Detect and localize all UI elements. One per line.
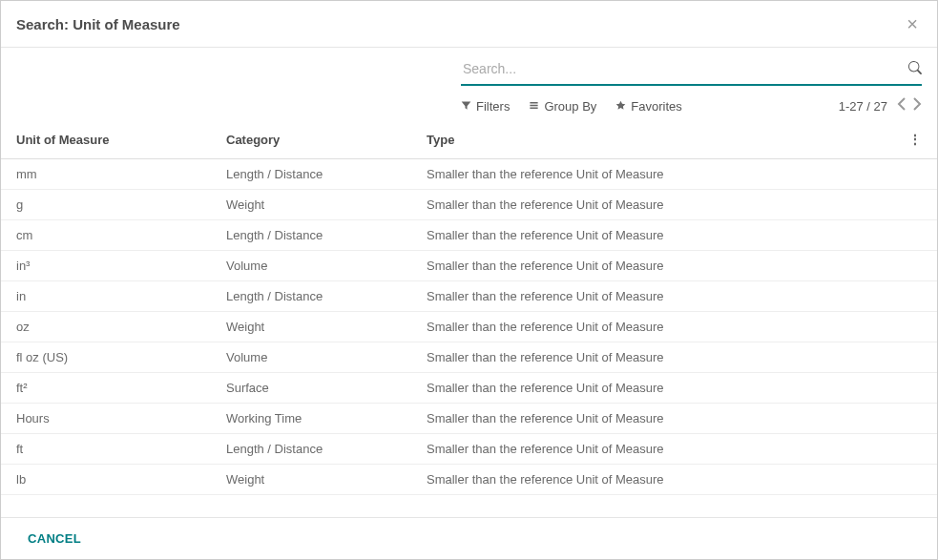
cell-type: Smaller than the reference Unit of Measu… xyxy=(411,465,893,495)
table-row[interactable]: in³VolumeSmaller than the reference Unit… xyxy=(1,251,937,281)
search-controls: Filters Group By Favorites xyxy=(1,48,937,120)
close-button[interactable]: × xyxy=(903,14,922,33)
dialog-body: Filters Group By Favorites xyxy=(1,48,937,517)
col-header-type[interactable]: Type xyxy=(411,120,893,159)
cell-category: Surface xyxy=(211,373,411,404)
cell-type: Smaller than the reference Unit of Measu… xyxy=(411,281,893,312)
list-icon xyxy=(529,99,539,114)
cell-uom: cm xyxy=(1,220,211,251)
cell-spacer xyxy=(893,465,937,495)
table-row[interactable]: HoursWorking TimeSmaller than the refere… xyxy=(1,404,937,434)
table-row[interactable]: ozWeightSmaller than the reference Unit … xyxy=(1,312,937,342)
table-row[interactable]: mmLength / DistanceSmaller than the refe… xyxy=(1,159,937,190)
cell-spacer xyxy=(893,342,937,373)
cell-spacer xyxy=(893,159,937,190)
cell-category: Working Time xyxy=(211,404,411,434)
pager-next[interactable] xyxy=(912,97,922,114)
table-row[interactable]: cmLength / DistanceSmaller than the refe… xyxy=(1,220,937,251)
cell-spacer xyxy=(893,373,937,404)
cell-spacer xyxy=(893,312,937,342)
cell-uom: g xyxy=(1,190,211,220)
cell-uom: Hours xyxy=(1,404,211,434)
table-row[interactable]: inLength / DistanceSmaller than the refe… xyxy=(1,281,937,312)
results-table: Unit of Measure Category Type ⋮ mmLength… xyxy=(1,120,937,495)
cell-type: Smaller than the reference Unit of Measu… xyxy=(411,373,893,404)
cell-type: Smaller than the reference Unit of Measu… xyxy=(411,159,893,190)
cell-type: Smaller than the reference Unit of Measu… xyxy=(411,404,893,434)
chevron-right-icon xyxy=(912,97,922,111)
filter-icon xyxy=(461,99,471,114)
cell-category: Length / Distance xyxy=(211,159,411,190)
cell-uom: mm xyxy=(1,159,211,190)
table-row[interactable]: lbWeightSmaller than the reference Unit … xyxy=(1,465,937,495)
table-row[interactable]: ft²SurfaceSmaller than the reference Uni… xyxy=(1,373,937,404)
cell-spacer xyxy=(893,404,937,434)
group-by-label: Group By xyxy=(544,99,596,114)
kebab-icon: ⋮ xyxy=(908,132,922,147)
col-header-uom[interactable]: Unit of Measure xyxy=(1,120,211,159)
search-wrap: Filters Group By Favorites xyxy=(461,57,922,114)
cell-category: Length / Distance xyxy=(211,434,411,465)
toolbar-row: Filters Group By Favorites xyxy=(461,97,922,114)
dialog-footer: CANCEL xyxy=(1,517,937,559)
cell-type: Smaller than the reference Unit of Measu… xyxy=(411,312,893,342)
table-row[interactable]: fl oz (US)VolumeSmaller than the referen… xyxy=(1,342,937,373)
cell-spacer xyxy=(893,251,937,281)
search-input-row xyxy=(461,57,922,86)
cell-type: Smaller than the reference Unit of Measu… xyxy=(411,251,893,281)
group-by-button[interactable]: Group By xyxy=(529,99,596,114)
cell-uom: in xyxy=(1,281,211,312)
cell-uom: lb xyxy=(1,465,211,495)
search-dialog: Search: Unit of Measure × xyxy=(0,0,938,560)
star-icon xyxy=(615,99,626,114)
cell-uom: ft² xyxy=(1,373,211,404)
pager-prev[interactable] xyxy=(897,97,907,114)
cell-type: Smaller than the reference Unit of Measu… xyxy=(411,342,893,373)
pager: 1-27 / 27 xyxy=(839,97,922,114)
col-header-menu[interactable]: ⋮ xyxy=(893,120,937,159)
pager-arrows xyxy=(897,97,922,114)
cell-uom: oz xyxy=(1,312,211,342)
dialog-title: Search: Unit of Measure xyxy=(16,16,180,32)
col-header-category[interactable]: Category xyxy=(211,120,411,159)
cell-uom: ft xyxy=(1,434,211,465)
cell-category: Volume xyxy=(211,251,411,281)
cell-category: Weight xyxy=(211,465,411,495)
cell-category: Length / Distance xyxy=(211,220,411,251)
cancel-button[interactable]: CANCEL xyxy=(16,528,93,550)
favorites-button[interactable]: Favorites xyxy=(615,99,681,114)
cell-category: Weight xyxy=(211,190,411,220)
chevron-left-icon xyxy=(897,97,907,111)
favorites-label: Favorites xyxy=(631,99,681,114)
cell-category: Volume xyxy=(211,342,411,373)
cell-uom: fl oz (US) xyxy=(1,342,211,373)
cell-spacer xyxy=(893,190,937,220)
pager-text: 1-27 / 27 xyxy=(839,99,887,114)
dialog-header: Search: Unit of Measure × xyxy=(1,1,937,48)
cell-spacer xyxy=(893,220,937,251)
tool-group: Filters Group By Favorites xyxy=(461,99,682,114)
cell-category: Weight xyxy=(211,312,411,342)
cell-type: Smaller than the reference Unit of Measu… xyxy=(411,220,893,251)
search-input[interactable] xyxy=(461,57,908,80)
table-header-row: Unit of Measure Category Type ⋮ xyxy=(1,120,937,159)
cell-category: Length / Distance xyxy=(211,281,411,312)
cell-spacer xyxy=(893,434,937,465)
table-row[interactable]: gWeightSmaller than the reference Unit o… xyxy=(1,190,937,220)
filters-label: Filters xyxy=(476,99,510,114)
search-icon[interactable] xyxy=(908,61,922,77)
cell-spacer xyxy=(893,281,937,312)
cell-type: Smaller than the reference Unit of Measu… xyxy=(411,190,893,220)
close-icon: × xyxy=(907,13,918,34)
cell-uom: in³ xyxy=(1,251,211,281)
table-row[interactable]: ftLength / DistanceSmaller than the refe… xyxy=(1,434,937,465)
cell-type: Smaller than the reference Unit of Measu… xyxy=(411,434,893,465)
filters-button[interactable]: Filters xyxy=(461,99,510,114)
